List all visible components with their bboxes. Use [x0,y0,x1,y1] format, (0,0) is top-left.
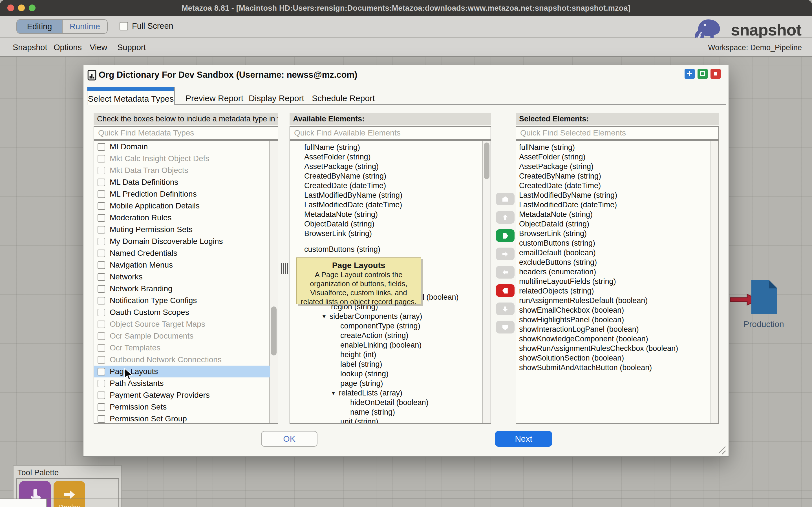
available-element-row[interactable]: LastModifiedByName (string) [290,190,483,200]
metadata-type-checkbox[interactable] [98,344,105,352]
metadata-type-row[interactable]: Notification Type Configs [94,295,270,306]
metadata-type-row[interactable]: Outbound Network Connections [94,354,270,365]
selected-element-row[interactable]: CreatedByName (string) [516,171,709,181]
scrollbar-thumb[interactable] [271,306,276,355]
available-element-row[interactable]: BrowserLink (string) [290,229,483,238]
available-element-row[interactable]: componentType (string) [290,321,483,331]
selected-element-row[interactable]: showKnowledgeComponent (boolean) [516,334,709,344]
dialog-close-button[interactable] [711,69,721,79]
metadata-type-row[interactable]: Muting Permission Sets [94,224,270,235]
collapse-arrow-icon[interactable]: ▼ [321,312,327,321]
menu-view[interactable]: View [90,43,107,52]
next-button[interactable]: Next [495,431,552,447]
dialog-maximize-button[interactable] [698,69,708,79]
selected-element-row[interactable]: relatedObjects (string) [516,286,709,296]
move-to-top-button[interactable] [496,193,515,205]
selected-element-row[interactable]: showSubmitAndAttachButton (boolean) [516,363,709,372]
available-element-row[interactable]: fullName (string) [290,143,483,152]
selected-element-row[interactable]: LastModifiedByName (string) [516,190,709,200]
selected-list-scrollbar[interactable] [711,141,718,423]
tool-deploy-button[interactable]: Deploy [54,481,85,507]
metadata-type-row[interactable]: Ocr Templates [94,342,270,354]
ok-button[interactable]: OK [261,431,317,447]
available-element-row[interactable]: AssetFolder (string) [290,152,483,162]
metadata-type-row[interactable]: MI Domain [94,141,270,153]
metadata-type-row[interactable]: Mobile Application Details [94,200,270,212]
selected-element-row[interactable]: excludeButtons (string) [516,258,709,267]
metadata-type-checkbox[interactable] [98,415,105,423]
metadata-type-checkbox[interactable] [98,167,105,174]
metadata-type-checkbox[interactable] [98,368,105,376]
metadata-type-row[interactable]: Ocr Sample Documents [94,330,270,342]
selected-element-row[interactable]: runAssignmentRulesDefault (boolean) [516,296,709,305]
metadata-type-checkbox[interactable] [98,143,105,151]
metadata-type-checkbox[interactable] [98,321,105,328]
move-up-button[interactable] [496,211,515,224]
available-element-row[interactable]: page (string) [290,379,483,388]
metadata-type-row[interactable]: Navigation Menus [94,259,270,271]
metadata-type-checkbox[interactable] [98,285,105,293]
metadata-type-row[interactable]: Page Layouts [94,365,270,378]
metadata-type-checkbox[interactable] [98,226,105,233]
selected-element-row[interactable]: ObjectDataId (string) [516,219,709,229]
available-element-row[interactable]: createAction (string) [290,331,483,340]
metadata-type-checkbox[interactable] [98,403,105,411]
selected-element-row[interactable]: showSolutionSection (boolean) [516,353,709,363]
tab-schedule-report[interactable]: Schedule Report [312,94,375,103]
menu-options[interactable]: Options [54,43,82,52]
full-screen-checkbox[interactable] [119,22,128,31]
available-element-row[interactable]: CreatedByName (string) [290,171,483,181]
available-element-row[interactable]: LastModifiedDate (dateTime) [290,200,483,210]
runtime-mode-button[interactable]: Runtime [62,20,107,33]
selected-element-row[interactable]: fullName (string) [516,143,709,152]
metadata-type-checkbox[interactable] [98,392,105,399]
metadata-type-checkbox[interactable] [98,332,105,340]
available-search-input[interactable] [290,126,491,140]
available-element-row[interactable]: label (string) [290,359,483,369]
selected-elements-list[interactable]: fullName (string)AssetFolder (string)Ass… [516,140,719,424]
metadata-type-checkbox[interactable] [98,309,105,316]
move-to-bottom-button[interactable] [496,321,515,334]
metadata-type-row[interactable]: Permission Sets [94,401,270,413]
metadata-list-scrollbar[interactable] [269,141,278,423]
metadata-search-input[interactable] [94,126,278,140]
resize-grip[interactable] [717,445,727,455]
selected-element-row[interactable]: BrowserLink (string) [516,229,709,238]
selected-element-row[interactable]: headers (enumeration) [516,267,709,277]
metadata-type-checkbox[interactable] [98,356,105,363]
selected-element-row[interactable]: showRunAssignmentRulesCheckbox (boolean) [516,344,709,353]
metadata-type-checkbox[interactable] [98,249,105,257]
move-down-button[interactable] [496,302,515,315]
available-element-row[interactable]: CreatedDate (dateTime) [290,181,483,190]
selected-element-row[interactable]: showHighlightsPanel (boolean) [516,315,709,325]
metadata-type-row[interactable]: Networks [94,271,270,283]
metadata-type-row[interactable]: Named Credentials [94,247,270,259]
available-element-row[interactable]: AssetPackage (string) [290,162,483,171]
metadata-type-checkbox[interactable] [98,202,105,210]
move-right-button[interactable] [496,247,515,260]
metadata-type-row[interactable]: ML Data Definitions [94,176,270,188]
metadata-type-checkbox[interactable] [98,190,105,198]
selected-search-input[interactable] [516,126,719,140]
metadata-type-row[interactable]: Mkt Calc Insight Object Defs [94,153,270,165]
selected-element-row[interactable]: AssetPackage (string) [516,162,709,171]
available-list-scrollbar[interactable] [482,141,491,423]
available-element-row[interactable]: ObjectDataId (string) [290,219,483,229]
metadata-type-checkbox[interactable] [98,238,105,245]
tab-select-metadata-types[interactable]: Select Metadata Types [87,87,175,105]
metadata-type-row[interactable]: My Domain Discoverable Logins [94,235,270,247]
metadata-type-row[interactable]: Network Branding [94,283,270,295]
menu-snapshot[interactable]: Snapshot [13,43,47,52]
selected-element-row[interactable]: emailDefault (boolean) [516,248,709,258]
move-left-button[interactable] [496,266,515,279]
metadata-type-row[interactable]: Mkt Data Tran Objects [94,165,270,176]
selected-element-row[interactable]: MetadataNote (string) [516,210,709,219]
metadata-type-row[interactable]: Payment Gateway Providers [94,389,270,401]
selected-element-row[interactable]: showEmailCheckbox (boolean) [516,305,709,315]
available-element-row[interactable]: unit (string) [290,417,483,424]
available-element-row[interactable]: height (int) [290,350,483,359]
available-element-row[interactable]: enableLinking (boolean) [290,340,483,350]
available-element-row[interactable]: lookup (string) [290,369,483,379]
metadata-type-checkbox[interactable] [98,179,105,186]
add-element-button[interactable] [496,229,515,242]
